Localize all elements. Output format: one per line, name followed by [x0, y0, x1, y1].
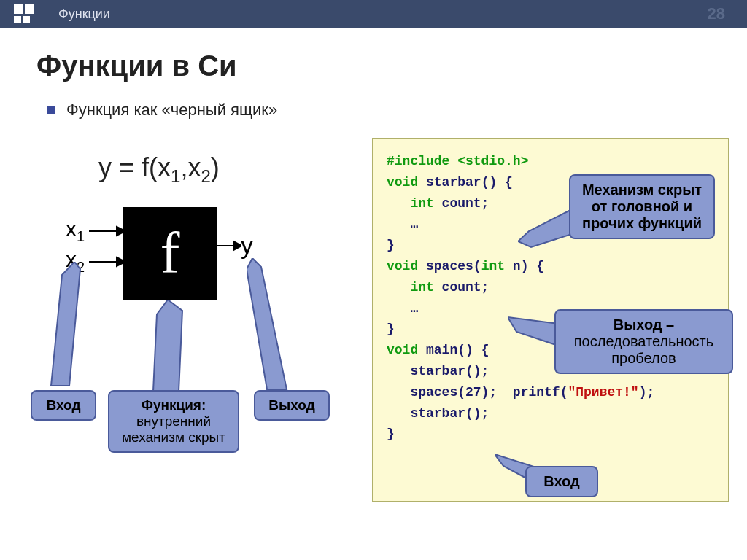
arrow-y-icon — [216, 238, 241, 253]
code-line: spaces(27); printf("Привет!"); — [387, 382, 715, 403]
callout-right-input: Вход — [525, 466, 598, 497]
svg-marker-6 — [51, 262, 80, 386]
bullet-marker-icon — [47, 106, 55, 114]
code-line: void spaces(int n) { — [387, 256, 715, 277]
callout-output: Выход — [254, 390, 330, 421]
code-line: } — [387, 424, 715, 445]
arrow-x2-icon — [89, 254, 125, 269]
bullet-text: Функция как «черный ящик» — [66, 101, 277, 120]
callout-function: Функция: внутренний механизм скрыт — [108, 390, 239, 453]
pointer-output-icon — [247, 258, 298, 393]
header-title: Функции — [58, 7, 110, 22]
bullet-item: Функция как «черный ящик» — [47, 101, 747, 120]
callout-right-output: Выход – последовательность пробелов — [554, 309, 733, 374]
header-logo-squares — [0, 0, 44, 28]
label-y: y — [241, 231, 253, 260]
code-line: int count; — [387, 277, 715, 298]
page-number: 28 — [708, 4, 725, 23]
code-line: #include <stdio.h> — [387, 151, 715, 172]
svg-marker-9 — [518, 207, 576, 247]
formula-text: y = f(x1,x2) — [98, 152, 220, 187]
code-line: starbar(); — [387, 403, 715, 424]
callout-input: Вход — [31, 390, 96, 421]
svg-marker-5 — [233, 241, 241, 250]
label-x1: x1 — [66, 217, 85, 245]
pointer-function-icon — [142, 300, 201, 393]
callout-mechanism: Механизм скрыт от головной и прочих функ… — [569, 174, 715, 239]
arrow-x1-icon — [89, 224, 125, 238]
function-blackbox: f — [123, 207, 217, 300]
content-area: y = f(x1,x2) x1 x2 y f Вход Функция: вну… — [0, 145, 747, 532]
pointer-input-icon — [36, 262, 88, 393]
svg-marker-7 — [153, 300, 182, 392]
header-bar: Функции 28 — [0, 0, 747, 28]
slide-title: Функции в Си — [36, 50, 747, 82]
svg-marker-8 — [247, 258, 287, 389]
